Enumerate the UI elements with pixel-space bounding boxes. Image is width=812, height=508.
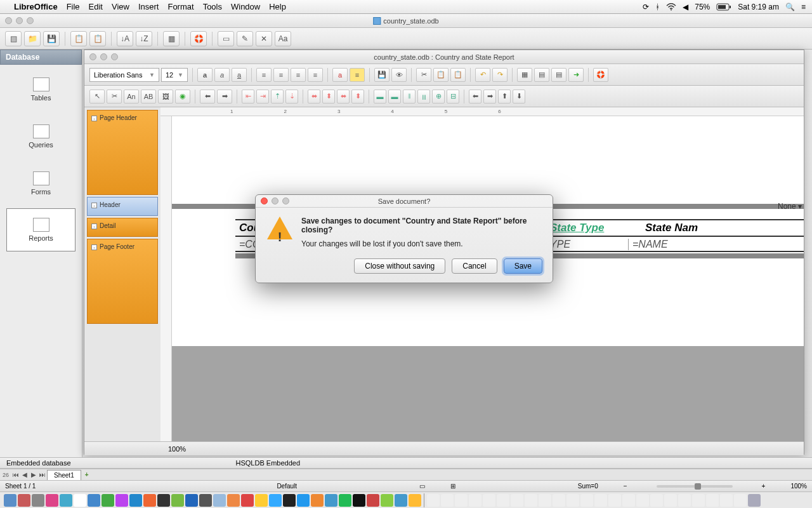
- dock-window[interactable]: [441, 494, 454, 507]
- dock-app[interactable]: [199, 494, 212, 507]
- menu-tools[interactable]: Tools: [203, 2, 222, 11]
- dock-app[interactable]: [227, 494, 240, 507]
- dock-app[interactable]: [32, 494, 44, 507]
- sum-display[interactable]: Sum=0: [578, 483, 598, 490]
- textbox-button[interactable]: AB: [141, 90, 156, 104]
- dock-app[interactable]: [325, 494, 337, 507]
- dock-app[interactable]: [157, 494, 170, 507]
- center-v[interactable]: ⊟: [447, 90, 459, 104]
- arrange-down[interactable]: ⬇: [513, 90, 525, 104]
- delete-button[interactable]: ✕: [256, 31, 272, 46]
- export-button[interactable]: ➜: [568, 68, 584, 82]
- save-button[interactable]: 💾: [43, 31, 60, 46]
- copy-report-button[interactable]: 📋: [433, 68, 449, 82]
- spotlight-icon[interactable]: 🔍: [785, 3, 795, 11]
- menu-format[interactable]: Format: [167, 2, 193, 11]
- distribute-h[interactable]: ⫴: [403, 90, 416, 104]
- section-header[interactable]: -Header: [87, 197, 158, 216]
- dock-window[interactable]: [525, 494, 537, 507]
- align-left-obj[interactable]: ⬅: [200, 90, 215, 104]
- snap-right[interactable]: ⇥: [256, 90, 269, 104]
- next-sheet-button[interactable]: ▶: [29, 471, 38, 479]
- dock-window[interactable]: [580, 494, 593, 507]
- section-grow[interactable]: ▬: [388, 90, 401, 104]
- align-right-obj[interactable]: ➡: [217, 90, 232, 104]
- sort-desc-button[interactable]: ↓Z: [136, 31, 152, 46]
- image-button[interactable]: 🖼: [158, 90, 173, 104]
- page-style[interactable]: Default: [277, 483, 297, 490]
- arrange-up[interactable]: ⬆: [498, 90, 511, 104]
- section-shrink[interactable]: ▬: [374, 90, 386, 104]
- dock-window[interactable]: [720, 494, 733, 507]
- dock-app[interactable]: [283, 494, 296, 507]
- traffic-lights[interactable]: [0, 17, 34, 24]
- save-report-button[interactable]: 💾: [374, 68, 390, 82]
- dock-app[interactable]: [381, 494, 393, 507]
- close-icon[interactable]: [261, 197, 268, 204]
- dock-app[interactable]: [102, 494, 114, 507]
- select-tool[interactable]: ↖: [89, 90, 105, 104]
- redo-button[interactable]: ↷: [492, 68, 508, 82]
- highlight-button[interactable]: ≡: [350, 68, 365, 82]
- dock-app[interactable]: [88, 494, 100, 507]
- zoom-slider[interactable]: [657, 485, 733, 488]
- help-button[interactable]: 🛟: [190, 31, 207, 46]
- zoom-percent[interactable]: 100%: [790, 483, 807, 490]
- dock-app[interactable]: [115, 494, 128, 507]
- last-sheet-button[interactable]: ⏭: [38, 471, 47, 479]
- dock-window[interactable]: [678, 494, 691, 507]
- paste-button[interactable]: 📋: [89, 31, 106, 46]
- menu-insert[interactable]: Insert: [138, 2, 159, 11]
- dock-app[interactable]: [18, 494, 30, 507]
- dock-app[interactable]: [143, 494, 156, 507]
- sort-asc-button[interactable]: ↓A: [117, 31, 133, 46]
- section-page-header[interactable]: -Page Header: [87, 110, 158, 195]
- dock-app[interactable]: [367, 494, 379, 507]
- dialog-traffic-lights[interactable]: [256, 197, 289, 204]
- traffic-lights[interactable]: [84, 53, 118, 60]
- label-button[interactable]: An: [124, 90, 139, 104]
- none-dropdown[interactable]: None ▾: [778, 202, 802, 211]
- insert-mode-icon[interactable]: ▭: [419, 483, 425, 490]
- dock-window[interactable]: [594, 494, 607, 507]
- dock-window[interactable]: [706, 494, 719, 507]
- font-color-button[interactable]: a: [332, 68, 348, 82]
- report-window-titlebar[interactable]: country_state.odb : Country and State Re…: [84, 50, 804, 64]
- help-report-button[interactable]: 🛟: [593, 68, 608, 82]
- battery-icon[interactable]: [716, 3, 731, 11]
- selection-mode-icon[interactable]: ⊞: [450, 483, 455, 490]
- fit-width[interactable]: ⬌: [308, 90, 320, 104]
- menu-help[interactable]: Help: [269, 2, 286, 11]
- dock-app[interactable]: [60, 494, 72, 507]
- dock-window[interactable]: [636, 494, 649, 507]
- section-page-footer[interactable]: -Page Footer: [87, 239, 158, 324]
- navigator-button[interactable]: ▤: [534, 68, 549, 82]
- dock-window[interactable]: [497, 494, 509, 507]
- undo-button[interactable]: ↶: [475, 68, 490, 82]
- snap-left[interactable]: ⇤: [242, 90, 254, 104]
- preview-button[interactable]: 👁: [391, 68, 407, 82]
- add-sheet-button[interactable]: +: [81, 471, 93, 478]
- align-center-button[interactable]: ≡: [273, 68, 289, 82]
- copy-button[interactable]: 📋: [70, 31, 87, 46]
- sidebar-item-forms[interactable]: Forms: [6, 161, 75, 206]
- dock-app[interactable]: [171, 494, 184, 507]
- zoom-in-button[interactable]: +: [762, 483, 766, 490]
- notification-icon[interactable]: ≡: [801, 3, 806, 11]
- menu-window[interactable]: Window: [231, 2, 260, 11]
- align-right-button[interactable]: ≡: [291, 68, 306, 82]
- collapse-icon[interactable]: -: [91, 116, 97, 121]
- fit-min[interactable]: ⬍: [351, 90, 364, 104]
- dock-app[interactable]: [74, 494, 86, 507]
- timemachine-icon[interactable]: ⟳: [643, 3, 649, 11]
- open-button[interactable]: 📁: [24, 31, 41, 46]
- zoom-level[interactable]: 100%: [168, 445, 186, 453]
- sidebar-item-queries[interactable]: Queries: [6, 114, 75, 159]
- clock[interactable]: Sat 9:19 am: [738, 3, 779, 11]
- dock-app[interactable]: [129, 494, 142, 507]
- dock-app[interactable]: [241, 494, 254, 507]
- snap-bottom[interactable]: ⇣: [285, 90, 298, 104]
- first-sheet-button[interactable]: ⏮: [11, 471, 20, 479]
- dock-window[interactable]: [608, 494, 621, 507]
- menu-edit[interactable]: Edit: [89, 2, 103, 11]
